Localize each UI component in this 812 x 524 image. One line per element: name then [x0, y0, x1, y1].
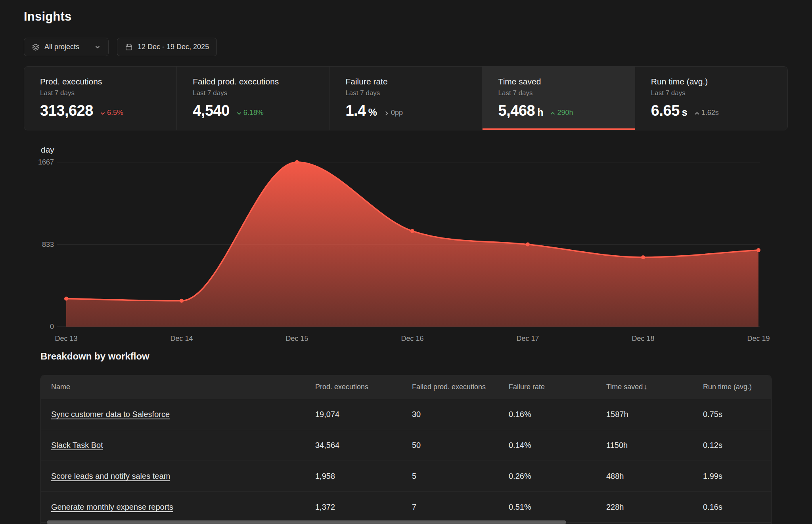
failed-executions-cell: 50 [402, 441, 498, 450]
metric-value: 4,540 [193, 102, 230, 119]
calendar-icon [125, 43, 133, 51]
metric-unit: % [368, 107, 377, 118]
time-saved-cell: 1150h [596, 441, 693, 450]
column-header-failed-prod-executions[interactable]: Failed prod. executions [402, 383, 498, 391]
metric-card-time-saved[interactable]: Time savedLast 7 days5,468h290h [482, 67, 635, 130]
metric-title: Failed prod. executions [193, 77, 329, 86]
metric-subtitle: Last 7 days [651, 89, 787, 97]
metric-unit: s [682, 107, 688, 118]
svg-text:Dec 19: Dec 19 [747, 335, 770, 342]
failure-rate-cell: 0.14% [498, 441, 596, 450]
horizontal-scrollbar-thumb[interactable] [47, 520, 566, 524]
time-saved-cell: 228h [596, 503, 693, 512]
metric-delta-text: 6.5% [107, 109, 123, 117]
svg-text:Dec 18: Dec 18 [632, 335, 654, 342]
metric-subtitle: Last 7 days [193, 89, 329, 97]
breakdown-heading: Breakdown by workflow [40, 351, 149, 362]
metric-value-row: 4,5406.18% [193, 102, 329, 119]
area-chart: 08331667Dec 13Dec 14Dec 15Dec 16Dec 17De… [0, 151, 812, 349]
metric-delta: 6.18% [236, 109, 264, 117]
selected-card-indicator [483, 128, 635, 130]
metric-delta: 0pp [383, 109, 403, 117]
metric-subtitle: Last 7 days [498, 89, 635, 97]
workflow-row: Generate monthly expense reports1,37270.… [41, 491, 771, 522]
layers-icon [32, 43, 40, 51]
workflow-row: Score leads and notify sales team1,95850… [41, 461, 771, 491]
project-filter-dropdown[interactable]: All projects [24, 38, 109, 56]
workflow-name-cell: Slack Task Bot [41, 441, 305, 450]
metric-delta: 290h [550, 109, 573, 117]
svg-text:Dec 13: Dec 13 [55, 335, 77, 342]
svg-text:Dec 16: Dec 16 [401, 335, 423, 342]
metric-value-row: 1.4%0pp [345, 102, 482, 119]
svg-text:Dec 15: Dec 15 [285, 335, 308, 342]
time-saved-cell: 1587h [596, 410, 693, 419]
date-range-picker[interactable]: 12 Dec - 19 Dec, 2025 [117, 38, 217, 56]
column-header-time-saved[interactable]: Time saved↓ [596, 383, 693, 391]
delta-up-icon [694, 110, 700, 117]
metric-card-run-time-avg[interactable]: Run time (avg.)Last 7 days6.65s1.62s [635, 67, 787, 130]
metric-delta-text: 290h [557, 109, 573, 117]
date-range-label: 12 Dec - 19 Dec, 2025 [138, 43, 209, 51]
metric-delta-text: 6.18% [243, 109, 264, 117]
svg-text:1667: 1667 [38, 158, 54, 166]
metric-cards: Prod. executionsLast 7 days313,6286.5%Fa… [24, 66, 788, 130]
failed-executions-cell: 7 [402, 503, 498, 512]
run-time-cell: 0.16s [693, 503, 771, 512]
workflow-link[interactable]: Slack Task Bot [51, 441, 103, 449]
svg-text:833: 833 [42, 241, 54, 249]
workflow-link[interactable]: Sync customer data to Salesforce [51, 410, 170, 419]
column-header-label: Failed prod. executions [412, 383, 486, 391]
workflow-name-cell: Sync customer data to Salesforce [41, 410, 305, 419]
column-header-failure-rate[interactable]: Failure rate [498, 383, 596, 391]
delta-down-icon [100, 110, 106, 117]
metric-value: 1.4 [345, 102, 366, 119]
metric-value-row: 313,6286.5% [40, 102, 176, 119]
metric-delta-text: 0pp [391, 109, 403, 117]
metric-delta-text: 1.62s [701, 109, 719, 117]
workflow-row: Slack Task Bot34,564500.14%1150h0.12s [41, 430, 771, 461]
svg-text:Dec 14: Dec 14 [170, 335, 193, 342]
metric-card-prod-executions[interactable]: Prod. executionsLast 7 days313,6286.5% [24, 67, 176, 130]
prod-executions-cell: 1,372 [305, 503, 402, 512]
metric-subtitle: Last 7 days [40, 89, 176, 97]
prod-executions-cell: 34,564 [305, 441, 402, 450]
svg-text:Dec 17: Dec 17 [516, 335, 539, 342]
column-header-name[interactable]: Name [41, 383, 305, 391]
filters-bar: All projects 12 Dec - 19 Dec, 2025 [24, 38, 217, 56]
failure-rate-cell: 0.26% [498, 472, 596, 481]
failed-executions-cell: 30 [402, 410, 498, 419]
workflow-link[interactable]: Generate monthly expense reports [51, 503, 173, 511]
prod-executions-cell: 19,074 [305, 410, 402, 419]
workflow-name-cell: Generate monthly expense reports [41, 503, 305, 512]
failure-rate-cell: 0.16% [498, 410, 596, 419]
metric-unit: h [537, 107, 543, 118]
column-header-label: Prod. executions [315, 383, 368, 391]
workflow-link[interactable]: Score leads and notify sales team [51, 472, 170, 480]
metric-title: Time saved [498, 77, 635, 86]
metric-value-row: 5,468h290h [498, 102, 635, 119]
metric-card-failure-rate[interactable]: Failure rateLast 7 days1.4%0pp [329, 67, 482, 130]
run-time-cell: 0.12s [693, 441, 771, 450]
column-header-prod-executions[interactable]: Prod. executions [305, 383, 402, 391]
run-time-cell: 1.99s [693, 472, 771, 481]
metric-subtitle: Last 7 days [345, 89, 482, 97]
metric-value-row: 6.65s1.62s [651, 102, 787, 119]
table-body: Sync customer data to Salesforce19,07430… [41, 399, 771, 524]
column-header-label: Time saved [606, 383, 643, 391]
metric-value: 6.65 [651, 102, 680, 119]
metric-value: 5,468 [498, 102, 535, 119]
metric-title: Run time (avg.) [651, 77, 787, 86]
workflow-row: Sync customer data to Salesforce19,07430… [41, 399, 771, 430]
prod-executions-cell: 1,958 [305, 472, 402, 481]
column-header-run-time-avg[interactable]: Run time (avg.) [693, 383, 771, 391]
metric-title: Prod. executions [40, 77, 176, 86]
metric-delta: 1.62s [694, 109, 719, 117]
column-header-label: Failure rate [509, 383, 545, 391]
run-time-cell: 0.75s [693, 410, 771, 419]
delta-right-icon [383, 110, 390, 117]
page-title: Insights [24, 10, 71, 24]
column-header-label: Name [51, 383, 70, 391]
failure-rate-cell: 0.51% [498, 503, 596, 512]
metric-card-failed-prod-executions[interactable]: Failed prod. executionsLast 7 days4,5406… [176, 67, 329, 130]
